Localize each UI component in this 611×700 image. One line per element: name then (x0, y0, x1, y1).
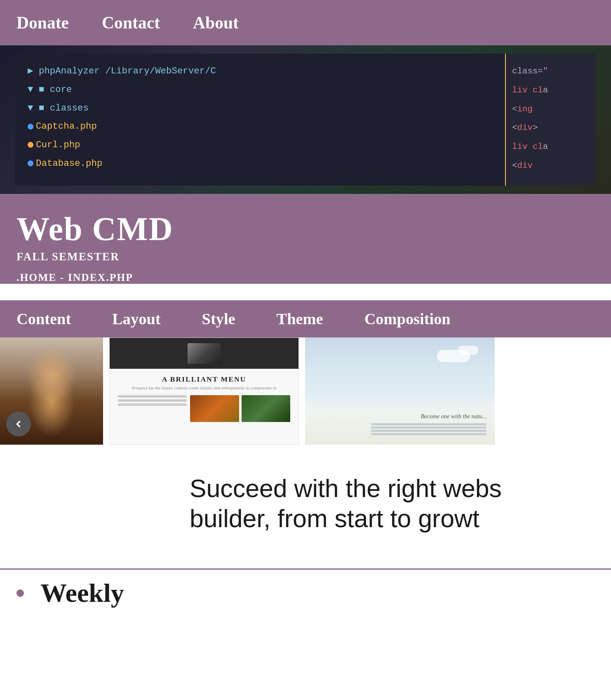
preview-food-image-2 (242, 395, 290, 422)
sky-background: Become one with the natu... (305, 337, 495, 445)
hero-image: ▶ phpAnalyzer /Library/WebServer/C ▼ ■ c… (0, 45, 611, 194)
main-left-column (16, 469, 173, 552)
bottom-navigation: Content Layout Style Theme Composition (0, 300, 611, 337)
preview-header-image (188, 343, 221, 364)
weekly-title: Weekly (40, 578, 124, 608)
nav-contact[interactable]: Contact (102, 13, 160, 33)
preview-text-lines (118, 395, 187, 422)
chevron-left-icon (13, 418, 24, 430)
preview-desc: Prospect far the future context come ins… (132, 385, 276, 390)
preview-food-images (190, 395, 290, 422)
carousel-item-nature: Become one with the natu... (305, 337, 495, 445)
main-content: Succeed with the right webs builder, fro… (0, 445, 611, 568)
nav-composition[interactable]: Composition (364, 310, 451, 328)
weekly-dot-indicator (16, 589, 24, 597)
top-navigation: Donate Contact About (0, 0, 611, 45)
cloud-2 (458, 346, 478, 355)
main-right-column: Succeed with the right webs builder, fro… (190, 469, 595, 552)
nav-donate[interactable]: Donate (16, 13, 69, 33)
nav-theme[interactable]: Theme (277, 310, 323, 328)
hero-title: Web CMD (16, 210, 595, 248)
nav-style[interactable]: Style (202, 310, 235, 328)
nav-content[interactable]: Content (16, 310, 71, 328)
carousel: A BRILLIANT MENU Prospect far the future… (0, 337, 611, 445)
nav-about[interactable]: About (193, 13, 239, 33)
preview-title: A BRILLIANT MENU (162, 375, 247, 384)
preview-header (110, 338, 298, 369)
nature-tagline: Become one with the natu... (421, 413, 486, 420)
hero-subtitle: FALL SEMESTER (16, 250, 595, 263)
hero-breadcrumb: .HOME - INDEX.PHP (16, 271, 595, 284)
main-heading-line1: Succeed with the right webs (190, 474, 502, 502)
carousel-prev-button[interactable] (6, 412, 31, 436)
main-heading-line2: builder, from start to growt (190, 504, 479, 533)
main-heading: Succeed with the right webs builder, fro… (190, 474, 595, 534)
weekly-section: Weekly (0, 568, 611, 617)
preview-content: A BRILLIANT MENU Prospect far the future… (110, 369, 298, 444)
nature-sub-text (371, 423, 486, 436)
preview-food-image-1 (190, 395, 239, 422)
nav-layout[interactable]: Layout (112, 310, 160, 328)
hero-text-section: Web CMD FALL SEMESTER .HOME - INDEX.PHP (0, 194, 611, 284)
code-editor-visual: ▶ phpAnalyzer /Library/WebServer/C ▼ ■ c… (15, 54, 596, 186)
carousel-item-website: A BRILLIANT MENU Prospect far the future… (109, 337, 299, 445)
